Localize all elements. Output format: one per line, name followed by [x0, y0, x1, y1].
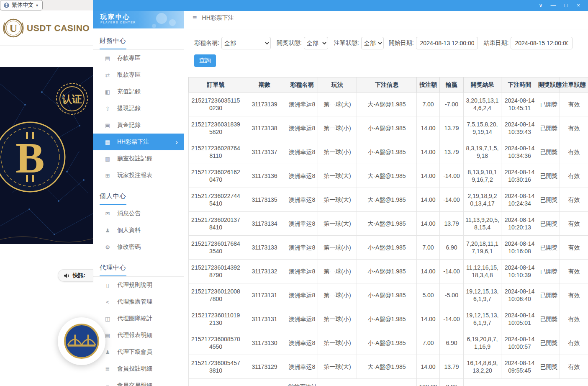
sidebar-item-room-record[interactable]: ▥廳室投註記錄 [93, 150, 184, 167]
cell-order-no: 2152172360287648110 [189, 140, 243, 164]
recharge-icon: ◧ [104, 89, 111, 95]
sidebar-item-share[interactable]: <代理推廣管理 [93, 293, 184, 310]
start-date-input[interactable] [416, 37, 478, 49]
cell-bet-info: 小-A盤@1.985 [357, 140, 417, 164]
col-header-issue: 期數 [243, 77, 286, 93]
cell-order-status: 有效 [560, 283, 588, 307]
sidebar-item-label: 代理團隊統計 [117, 315, 152, 322]
table-row: 215217236017684354031173133澳洲幸运8第一球(小)小-… [189, 236, 588, 260]
table-row: 215217236022744541031173135澳洲幸运8第一球(大)大-… [189, 188, 588, 212]
cell-issue: 31173132 [243, 260, 286, 283]
cell-play-type: 第一球(小) [318, 283, 357, 307]
cell-bet-info: 大-A盤@1.985 [357, 355, 417, 379]
cell-bet-amount: 14.00 [417, 212, 440, 236]
cell-bet-amount: 5.00 [417, 283, 440, 307]
members-icon: ♟ [104, 349, 111, 355]
sidebar-item-label: 充值記錄 [117, 88, 141, 95]
sidebar-item-label: 個人資料 [117, 226, 141, 234]
cell-bet-time: 2024-08-14 10:24:34 [501, 188, 538, 212]
cell-issue: 31173134 [243, 212, 286, 236]
sidebar-item-bell[interactable]: ✉消息公告 [93, 205, 184, 222]
summary-bet-total: 138.00 [417, 379, 440, 386]
sidebar-item-doc[interactable]: ▯代理規則說明 [93, 277, 184, 293]
topbar: ≡ HH彩票下注 [184, 11, 588, 25]
sidebar-item-label: 玩家投注報表 [117, 172, 152, 179]
search-button[interactable]: 查詢 [194, 54, 216, 67]
table-row: 215217236026162047031173136澳洲幸运8第一球(大)大-… [189, 164, 588, 188]
window-close-icon[interactable]: × [572, 0, 585, 11]
gear-icon: ⚙ [104, 244, 111, 250]
cell-play-type: 第一球(大) [318, 355, 357, 379]
menu-toggle-icon[interactable]: ≡ [193, 13, 197, 22]
cell-draw-result: 8,3,19,7,1,5,9,18 [464, 140, 501, 164]
cell-order-status: 有效 [560, 307, 588, 331]
col-header-draw-status: 開獎狀態 [538, 77, 560, 93]
cell-draw-status: 已開獎 [538, 116, 560, 140]
brand-name: USDT CASINO [27, 23, 90, 33]
language-bar: 繁体中文 ▾ [0, 0, 93, 10]
sidebar-item-label: 代理報表明細 [117, 332, 152, 339]
lottery-select[interactable]: 全部 [221, 37, 271, 49]
draw-status-select[interactable]: 全部 [304, 37, 328, 49]
trade-detail-icon: ≡ [104, 383, 111, 386]
end-date-input[interactable] [511, 37, 573, 49]
cell-play-type: 第一球(小) [318, 331, 357, 355]
cell-bet-time: 2024-08-14 10:05:01 [501, 307, 538, 331]
cell-bet-time: 2024-08-14 10:06:40 [501, 283, 538, 307]
caret-down-icon: ▾ [36, 3, 38, 8]
table-row: 215217236012008780031173131澳洲幸运8第一球(小)小-… [189, 283, 588, 307]
cell-play-type: 第一球(小) [318, 140, 357, 164]
globe-icon [4, 3, 9, 8]
window-maximize-icon[interactable]: □ [560, 0, 572, 11]
cell-bet-info: 大-A盤@1.985 [357, 164, 417, 188]
sidebar-title: 玩家中心 [100, 13, 184, 21]
language-selector[interactable]: 繁体中文 ▾ [0, 0, 43, 10]
cell-bet-time: 2024-08-14 10:20:13 [501, 212, 538, 236]
sidebar-item-deposit[interactable]: ▤存款專區 [93, 50, 184, 67]
sidebar-item-team-stats[interactable]: ◫代理團隊統計 [93, 310, 184, 327]
cell-bet-info: 大-A盤@1.985 [357, 188, 417, 212]
sidebar-item-members[interactable]: ♟代理下級會員 [93, 344, 184, 360]
window-dropdown-icon[interactable]: ∨ [534, 0, 547, 11]
cell-lottery-name: 澳洲幸运8 [286, 140, 318, 164]
cell-play-type: 第一球(小) [318, 307, 357, 331]
bridge-logo-icon [64, 323, 100, 359]
sidebar-item-label: 代理規則說明 [117, 281, 152, 289]
table-row: 215217236005457381031173129澳洲幸运8第一球(大)大-… [189, 355, 588, 379]
svg-text:U: U [10, 22, 18, 34]
cell-bet-time: 2024-08-14 10:45:11 [501, 93, 538, 116]
sidebar-item-bet-detail[interactable]: ≣會員投註明細 [93, 360, 184, 377]
speaker-icon [64, 273, 70, 278]
sidebar-item-withdraw[interactable]: ⇄取款專區 [93, 67, 184, 83]
sidebar-item-funds[interactable]: ▣資金記錄 [93, 117, 184, 134]
cell-order-no: 2152172360351150230 [189, 93, 243, 116]
table-row: 215217236035115023031173139澳洲幸运8第一球(大)大-… [189, 93, 588, 116]
team-stats-icon: ◫ [104, 316, 111, 322]
sidebar-item-label: 廳室投註記錄 [117, 155, 152, 162]
cell-draw-result: 2,19,18,9,20,13,4,17 [464, 188, 501, 212]
col-header-bet-info: 下注信息 [357, 77, 417, 93]
cell-lottery-name: 澳洲幸运8 [286, 331, 318, 355]
sidebar-item-agent-report[interactable]: ▤代理報表明細 [93, 327, 184, 344]
sidebar-item-label: 會員交易明細 [117, 382, 152, 386]
cell-play-type: 第一球(大) [318, 164, 357, 188]
app-window: ∨ — □ × 玩家中心 PLAYERS CENTER 財務中心▤存款專區⇄取款… [93, 0, 588, 386]
sidebar-item-label: HH彩票下注 [117, 138, 149, 146]
col-header-play-type: 玩法 [318, 77, 357, 93]
cell-issue: 31173136 [243, 164, 286, 188]
sidebar-item-player-report[interactable]: ⊞玩家投注報表 [93, 167, 184, 184]
order-status-select[interactable]: 全部 [361, 37, 384, 49]
cell-bet-info: 小-A盤@1.985 [357, 236, 417, 260]
cell-play-type: 第一球(大) [318, 93, 357, 116]
sidebar-item-gear[interactable]: ⚙修改密碼 [93, 239, 184, 255]
sidebar-item-trade-detail[interactable]: ≡會員交易明細 [93, 377, 184, 386]
sidebar-item-recharge[interactable]: ◧充值記錄 [93, 83, 184, 100]
doc-icon: ▯ [104, 282, 111, 288]
usdt-logo-icon: U [2, 16, 25, 40]
cell-bet-amount: 14.00 [417, 140, 440, 164]
sidebar-item-user[interactable]: ♟個人資料 [93, 222, 184, 239]
sidebar-item-lottery[interactable]: ▦HH彩票下注› [93, 134, 184, 150]
cell-win-loss: -7.00 [440, 93, 464, 116]
window-minimize-icon[interactable]: — [547, 0, 560, 11]
sidebar-item-cashout[interactable]: ⇧提現記錄 [93, 100, 184, 117]
